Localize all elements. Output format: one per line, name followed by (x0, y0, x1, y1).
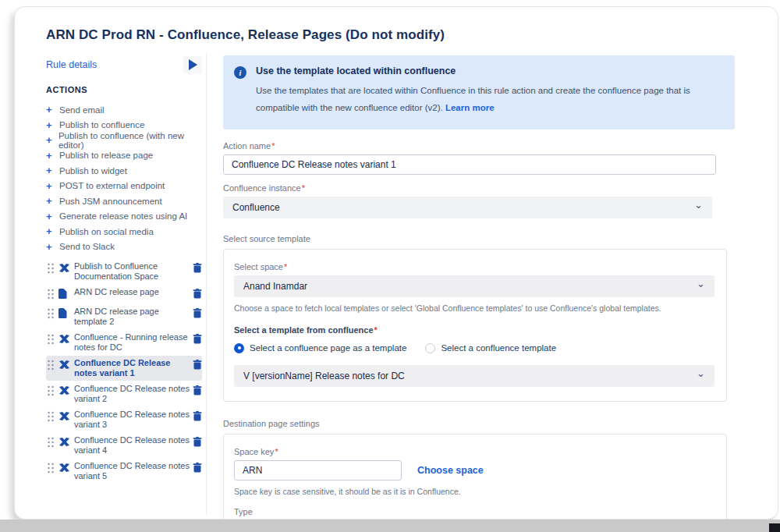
add-action-item[interactable]: +POST to external endpoint (46, 179, 202, 194)
configured-action-item[interactable]: Publish to Confluence Documentation Spac… (46, 259, 202, 284)
template-source-radio-option[interactable]: Select a confluence page as a template (234, 343, 406, 353)
confluence-icon (58, 332, 74, 347)
type-label: Type (234, 507, 716, 516)
add-action-item[interactable]: +Generate release notes using AI (46, 209, 202, 225)
configured-action-label: Confluence DC Release notes variant 2 (74, 384, 191, 405)
configured-action-label: ARN DC release page (74, 287, 191, 298)
radio-option-label: Select a confluence template (441, 343, 556, 353)
sidebar: Rule details ACTIONS +Send email+Publish… (46, 55, 202, 484)
add-action-item[interactable]: +Send email (46, 102, 202, 118)
configured-action-label: Confluence DC Release notes variant 1 (74, 358, 191, 379)
info-banner: i Use the template located within conflu… (223, 55, 735, 129)
trash-icon[interactable] (193, 287, 204, 302)
select-space-helper: Choose a space to fetch local templates … (234, 303, 716, 313)
trash-icon[interactable] (193, 435, 204, 450)
template-source-label: Select a template from confluence* (234, 325, 716, 335)
page-title: ARN DC Prod RN - Confluence, Release Pag… (46, 27, 445, 43)
add-action-item[interactable]: +Send to Slack (46, 239, 202, 255)
space-key-row: ARN Choose space (234, 460, 716, 481)
confluence-icon (58, 261, 74, 276)
info-banner-body: Use the templates that are located withi… (256, 82, 722, 117)
drag-handle-icon[interactable] (48, 287, 58, 300)
drag-handle-icon[interactable] (48, 307, 58, 319)
plus-icon: + (46, 104, 59, 115)
confluence-icon (58, 461, 74, 476)
destination-box: Space key* ARN Choose space Space key is… (223, 434, 727, 520)
add-action-label: Generate release notes using AI (59, 211, 187, 221)
rule-details-row: Rule details (46, 55, 202, 74)
trash-icon[interactable] (193, 410, 204, 424)
radio-selected-icon[interactable] (234, 343, 244, 353)
add-action-item[interactable]: +Publish to confluence (with new editor) (46, 133, 202, 148)
run-rule-button[interactable] (183, 56, 202, 73)
trash-icon[interactable] (193, 384, 204, 399)
learn-more-link[interactable]: Learn more (445, 103, 495, 112)
add-action-item[interactable]: +Publish to widget (46, 163, 202, 179)
source-template-box: Select space* Anand Inamdar ⌄ Choose a s… (223, 249, 727, 402)
choose-space-link[interactable]: Choose space (417, 465, 484, 476)
configured-action-item[interactable]: Confluence DC Release notes variant 2 (46, 381, 202, 406)
add-action-item[interactable]: +Publish on social media (46, 224, 202, 239)
trash-icon[interactable] (193, 461, 204, 476)
configured-action-item[interactable]: Confluence - Running release notes for D… (46, 330, 202, 355)
add-action-item[interactable]: +Push JSM announcement (46, 193, 202, 209)
trash-icon[interactable] (193, 332, 204, 347)
add-action-label: Publish to confluence (59, 120, 144, 129)
page-icon (58, 307, 74, 321)
configured-action-item[interactable]: Confluence DC Release notes variant 1 (46, 356, 202, 381)
plus-icon: + (46, 241, 59, 253)
actions-header: ACTIONS (46, 85, 202, 94)
action-config-panel: i Use the template located within conflu… (223, 55, 735, 520)
sidebar-divider (206, 54, 207, 514)
configured-action-item[interactable]: Confluence DC Release notes variant 5 (46, 459, 202, 484)
info-icon: i (234, 66, 246, 79)
action-name-input[interactable]: Confluence DC Release notes variant 1 (223, 154, 716, 175)
confluence-icon (58, 384, 74, 399)
plus-icon: + (46, 180, 59, 192)
drag-handle-icon[interactable] (48, 435, 58, 448)
rule-details-link[interactable]: Rule details (46, 59, 97, 70)
configured-action-label: Confluence DC Release notes variant 5 (74, 461, 191, 482)
configured-action-item[interactable]: ARN DC release page template 2 (46, 304, 202, 329)
add-action-label: Publish to release page (59, 151, 153, 160)
destination-heading: Destination page settings (223, 419, 735, 428)
required-asterisk: * (374, 325, 378, 335)
add-action-label: Publish to confluence (with new editor) (58, 131, 202, 150)
template-source-radio-group: Select a confluence page as a templateSe… (234, 343, 716, 353)
plus-icon: + (46, 150, 59, 161)
configured-action-item[interactable]: ARN DC release page (46, 285, 202, 303)
add-action-item[interactable]: +Publish to release page (46, 148, 202, 164)
template-source-radio-option[interactable]: Select a confluence template (425, 343, 556, 353)
confluence-icon (58, 410, 74, 424)
plus-icon: + (46, 225, 59, 237)
add-action-label: Send email (59, 105, 105, 115)
drag-handle-icon[interactable] (48, 384, 58, 396)
configured-action-label: Publish to Confluence Documentation Spac… (74, 261, 191, 282)
confluence-instance-select[interactable]: Confluence ⌄ (223, 197, 712, 218)
drag-handle-icon[interactable] (48, 461, 58, 473)
trash-icon[interactable] (193, 261, 204, 276)
action-name-label: Action name* (223, 141, 735, 151)
type-group: Type Page ⌄ (234, 507, 716, 520)
configured-action-item[interactable]: Confluence DC Release notes variant 3 (46, 407, 202, 432)
trash-icon[interactable] (193, 307, 204, 321)
add-action-label: POST to external endpoint (59, 181, 165, 190)
window-shadow-band (0, 520, 780, 532)
select-space-select[interactable]: Anand Inamdar ⌄ (234, 275, 714, 297)
drag-handle-icon[interactable] (48, 410, 58, 422)
confluence-icon (58, 358, 74, 373)
space-key-input[interactable]: ARN (234, 460, 402, 481)
add-action-label: Publish to widget (59, 166, 127, 176)
drag-handle-icon[interactable] (48, 332, 58, 345)
drag-handle-icon[interactable] (48, 358, 58, 371)
play-icon (189, 59, 197, 70)
drag-handle-icon[interactable] (48, 261, 58, 274)
plus-icon: + (46, 119, 59, 131)
template-select[interactable]: V [versionName] Release notes for DC ⌄ (234, 365, 714, 387)
radio-unselected-icon[interactable] (425, 343, 435, 353)
space-key-label: Space key* (234, 447, 716, 456)
action-name-group: Action name* Confluence DC Release notes… (223, 141, 735, 175)
configured-action-item[interactable]: Confluence DC Release notes variant 4 (46, 433, 202, 458)
trash-icon[interactable] (193, 358, 204, 373)
add-action-label: Push JSM announcement (59, 197, 162, 206)
